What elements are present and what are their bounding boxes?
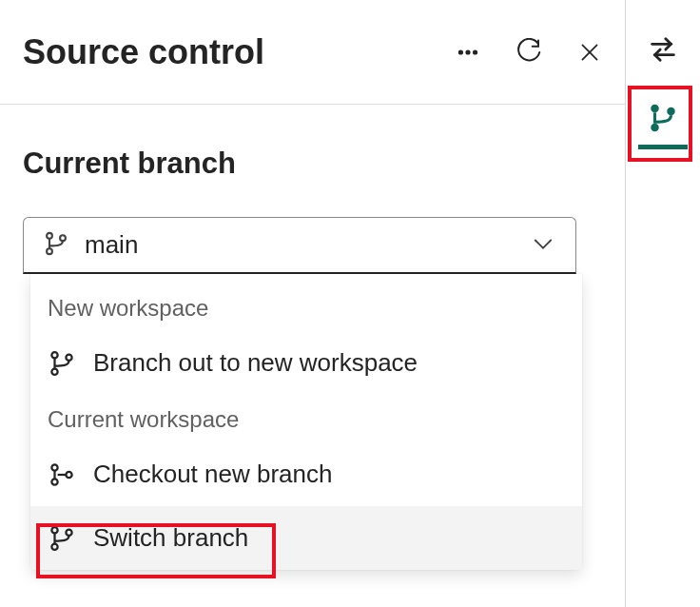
svg-point-1 — [466, 50, 469, 53]
active-indicator — [638, 145, 688, 149]
branch-select[interactable]: main — [23, 217, 576, 274]
branch-icon — [43, 230, 69, 261]
svg-point-15 — [51, 543, 57, 549]
branch-icon — [48, 524, 76, 553]
svg-point-0 — [459, 50, 462, 53]
branch-dropdown: New workspace Branch out to new workspac… — [30, 274, 582, 570]
svg-point-7 — [60, 235, 66, 241]
svg-point-9 — [51, 368, 57, 374]
svg-point-19 — [667, 108, 675, 116]
svg-point-11 — [51, 464, 57, 470]
panel-header: Source control — [0, 0, 625, 105]
svg-point-12 — [51, 479, 57, 484]
menu-item-label: Switch branch — [93, 523, 248, 553]
group-label-new-workspace: New workspace — [30, 284, 582, 331]
svg-point-2 — [474, 50, 476, 53]
current-branch-title: Current branch — [23, 147, 602, 181]
sidebar-source-control-icon[interactable] — [638, 97, 688, 149]
svg-point-16 — [66, 529, 71, 535]
svg-point-10 — [66, 354, 71, 360]
menu-item-checkout[interactable]: Checkout new branch — [30, 442, 582, 506]
sidebar-swap-icon[interactable] — [638, 29, 688, 70]
menu-item-label: Branch out to new workspace — [93, 348, 418, 378]
menu-item-label: Checkout new branch — [93, 460, 332, 489]
branch-icon — [48, 349, 76, 378]
more-icon[interactable] — [456, 40, 480, 65]
header-actions — [456, 38, 602, 67]
svg-point-5 — [47, 232, 52, 238]
svg-point-17 — [651, 105, 659, 113]
svg-point-13 — [66, 471, 71, 477]
menu-item-switch-branch[interactable]: Switch branch — [30, 506, 582, 570]
close-icon[interactable] — [577, 40, 602, 65]
svg-point-18 — [651, 124, 659, 132]
chevron-down-icon — [530, 230, 556, 261]
svg-point-14 — [51, 527, 57, 533]
checkout-icon — [48, 460, 76, 489]
right-sidebar — [626, 0, 700, 607]
svg-point-8 — [51, 352, 57, 358]
menu-item-branch-out[interactable]: Branch out to new workspace — [30, 331, 582, 395]
branch-select-value: main — [85, 230, 530, 260]
svg-point-6 — [47, 248, 52, 254]
branch-select-wrapper: main New workspace — [23, 217, 602, 274]
group-label-current-workspace: Current workspace — [30, 395, 582, 442]
panel-title: Source control — [23, 32, 456, 72]
refresh-icon[interactable] — [515, 38, 543, 67]
